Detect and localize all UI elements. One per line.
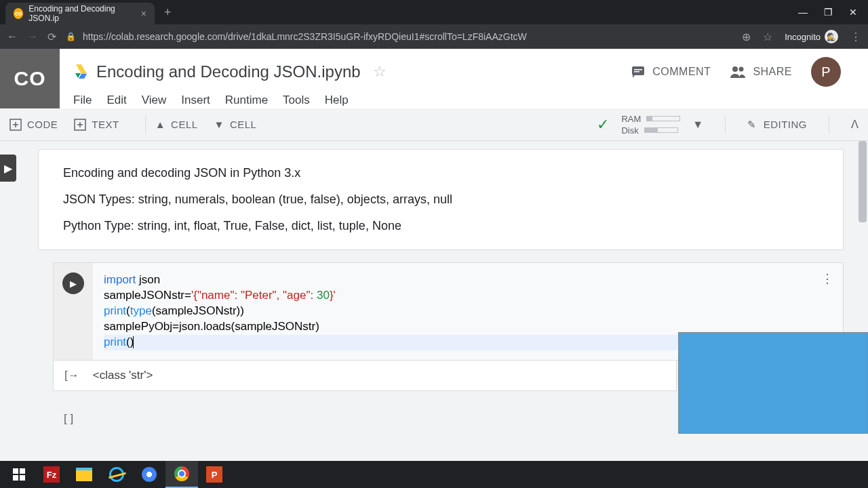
video-overlay [678, 332, 868, 434]
dropdown-icon[interactable]: ▼ [692, 119, 703, 131]
back-icon[interactable]: ← [7, 30, 18, 43]
menu-runtime[interactable]: Runtime [225, 94, 268, 107]
cell-gutter: ▶ [54, 263, 93, 360]
separator [145, 115, 146, 134]
incognito-icon: 🕵 [825, 30, 838, 43]
tab-favicon-icon: co [14, 8, 23, 19]
close-icon[interactable]: × [141, 8, 146, 19]
colab-header: CO Encoding and Decoding JSON.ipynb ☆ CO… [0, 49, 868, 108]
svg-point-4 [739, 67, 744, 72]
svg-rect-2 [634, 71, 639, 73]
editing-mode-button[interactable]: ✎ EDITING [747, 119, 807, 131]
colab-logo-icon: CO [0, 49, 60, 108]
plus-icon [9, 119, 22, 131]
separator [725, 115, 726, 134]
chromium-icon[interactable] [133, 461, 165, 488]
address-bar[interactable]: 🔒 https://colab.research.google.com/driv… [66, 31, 732, 42]
run-button[interactable]: ▶ [62, 272, 84, 294]
pencil-icon: ✎ [747, 119, 757, 131]
resource-indicator[interactable]: RAM Disk [621, 114, 680, 136]
incognito-indicator: Incognito 🕵 [785, 30, 838, 43]
notebook-toolbar: CODE TEXT ▲ CELL ▼ CELL ✓ RAM Disk ▼ ✎ E… [0, 108, 868, 141]
star-icon[interactable]: ☆ [373, 63, 387, 81]
chevron-up-icon[interactable]: ᐱ [851, 118, 859, 131]
new-tab-button[interactable]: + [164, 5, 172, 20]
comment-button[interactable]: COMMENT [631, 64, 711, 79]
reload-icon[interactable]: ⟳ [47, 30, 56, 43]
add-code-button[interactable]: CODE [9, 119, 58, 131]
browser-toolbar: ← → ⟳ 🔒 https://colab.research.google.co… [0, 24, 868, 49]
menu-insert[interactable]: Insert [181, 94, 210, 107]
text-line: Python Type: string, int, float, True, F… [63, 219, 818, 233]
menu-bar: File Edit View Insert Runtime Tools Help [73, 87, 854, 107]
browser-menu-icon[interactable]: ⋮ [850, 30, 861, 43]
bookmark-star-icon[interactable]: ☆ [763, 30, 772, 43]
text-line: JSON Types: string, numerals, boolean (t… [63, 192, 818, 207]
windows-taskbar: Fz P [0, 461, 868, 488]
text-cell[interactable]: Encoding and decoding JSON in Python 3.x… [38, 149, 844, 250]
file-explorer-icon[interactable] [68, 461, 100, 488]
tab-title: Encoding and Decoding JSON.ip [28, 4, 135, 23]
svg-rect-9 [13, 475, 18, 481]
document-title[interactable]: Encoding and Decoding JSON.ipynb [96, 62, 361, 81]
sidebar-toggle[interactable]: ▶ [0, 155, 16, 182]
scrollbar[interactable] [859, 141, 867, 222]
browser-tab[interactable]: co Encoding and Decoding JSON.ip × [5, 3, 155, 24]
ie-icon[interactable] [100, 461, 133, 488]
menu-help[interactable]: Help [325, 94, 349, 107]
cell-menu-icon[interactable]: ⋮ [821, 271, 833, 286]
svg-point-3 [732, 66, 738, 72]
comment-icon [631, 64, 646, 79]
svg-rect-7 [13, 468, 18, 474]
close-window-icon[interactable]: ✕ [849, 7, 857, 18]
add-text-button[interactable]: TEXT [74, 119, 119, 131]
svg-rect-0 [632, 66, 644, 75]
colab-app: CO Encoding and Decoding JSON.ipynb ☆ CO… [0, 49, 868, 461]
menu-file[interactable]: File [73, 94, 92, 107]
maximize-icon[interactable]: ❐ [824, 7, 833, 18]
cell-down-button[interactable]: ▼ CELL [214, 119, 257, 130]
arrow-up-icon: ▲ [155, 119, 165, 130]
drive-icon [73, 64, 90, 80]
window-controls: ― ❐ ✕ [798, 7, 868, 18]
svg-rect-8 [20, 468, 25, 474]
output-icon: [→ [64, 369, 79, 382]
people-icon [730, 64, 746, 79]
zoom-icon[interactable]: ⊕ [742, 30, 751, 43]
plus-icon [74, 119, 86, 131]
arrow-down-icon: ▼ [214, 119, 224, 130]
output-cell: [→ <class 'str'> [53, 361, 677, 391]
menu-edit[interactable]: Edit [106, 94, 126, 107]
browser-tab-strip: co Encoding and Decoding JSON.ip × + ― ❐… [0, 0, 868, 24]
menu-tools[interactable]: Tools [283, 94, 310, 107]
output-text: <class 'str'> [93, 369, 153, 382]
connected-check-icon: ✓ [597, 116, 609, 134]
powerpoint-icon[interactable]: P [198, 461, 231, 488]
text-line: Encoding and decoding JSON in Python 3.x [63, 166, 818, 180]
minimize-icon[interactable]: ― [798, 7, 808, 18]
start-button[interactable] [3, 461, 35, 488]
chrome-icon[interactable] [165, 461, 198, 488]
filezilla-icon[interactable]: Fz [35, 461, 68, 488]
share-button[interactable]: SHARE [730, 64, 792, 79]
forward-icon[interactable]: → [27, 30, 38, 43]
avatar[interactable]: P [811, 57, 841, 87]
svg-rect-1 [634, 69, 642, 70]
separator [829, 115, 829, 134]
url-text: https://colab.research.google.com/drive/… [83, 31, 527, 42]
menu-view[interactable]: View [142, 94, 167, 107]
cell-up-button[interactable]: ▲ CELL [155, 119, 198, 130]
lock-icon: 🔒 [66, 32, 76, 41]
svg-rect-10 [20, 475, 25, 481]
